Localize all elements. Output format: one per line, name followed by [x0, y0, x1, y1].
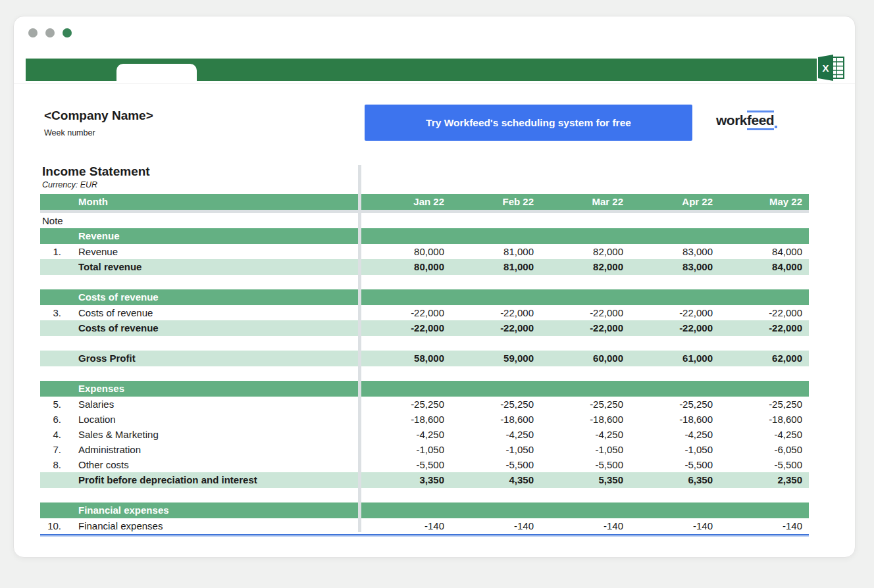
- value-cell: -4,250: [361, 427, 451, 442]
- value-cell: -22,000: [451, 320, 540, 336]
- window-control-dot[interactable]: [28, 28, 38, 37]
- month-header-cell: Mar 22: [540, 194, 630, 210]
- row-label: Revenue: [78, 244, 358, 259]
- column-divider-gap: [358, 518, 361, 533]
- value-cell: 82,000: [540, 259, 630, 275]
- row-note-cell: 7.: [40, 442, 78, 457]
- value-cell: 58,000: [361, 351, 451, 366]
- month-header-row: MonthJan 22Feb 22Mar 22Apr 22May 22: [40, 194, 809, 210]
- row-note-cell: 6.: [40, 412, 78, 427]
- value-cell: 83,000: [630, 244, 719, 259]
- month-header-cell: May 22: [719, 194, 809, 210]
- company-name: <Company Name>: [44, 109, 153, 123]
- row-label: Administration: [78, 442, 358, 457]
- value-cell: -18,600: [361, 412, 451, 427]
- value-cell: -5,500: [361, 457, 451, 472]
- section-label: Financial expenses: [78, 502, 358, 518]
- value-cell: 2,350: [719, 472, 809, 488]
- column-divider-gap: [358, 472, 361, 488]
- value-cell: 81,000: [451, 259, 540, 275]
- section-header-row: Financial expenses: [40, 502, 809, 518]
- row-note-cell: [40, 502, 78, 518]
- row-label: Financial expenses: [78, 518, 358, 533]
- total-row: Total revenue80,00081,00082,00083,00084,…: [40, 259, 809, 275]
- value-cell: -1,050: [540, 442, 630, 457]
- column-divider-gap: [358, 351, 361, 366]
- row-note-cell: 4.: [40, 427, 78, 442]
- column-divider-gap: [358, 305, 361, 320]
- value-cell: 61,000: [630, 351, 719, 366]
- row-note-cell: [40, 194, 78, 210]
- sheet-title: Income Statement: [42, 164, 150, 179]
- column-divider-gap: [358, 397, 361, 412]
- value-cell: 4,350: [451, 472, 540, 488]
- value-cell: -18,600: [451, 412, 540, 427]
- value-cell: -140: [540, 518, 630, 533]
- value-cell: -4,250: [540, 427, 630, 442]
- row-note-cell: [40, 259, 78, 275]
- value-cell: -1,050: [451, 442, 540, 457]
- total-row: Costs of revenue-22,000-22,000-22,000-22…: [40, 320, 809, 336]
- gap-row: [40, 488, 809, 502]
- value-cell: 83,000: [630, 259, 719, 275]
- value-cell: -5,500: [451, 457, 540, 472]
- value-cell: -25,250: [540, 397, 630, 412]
- value-cell: 62,000: [719, 351, 809, 366]
- value-cell: -140: [361, 518, 451, 533]
- column-divider-gap: [358, 412, 361, 427]
- workfeed-logo-work: work: [716, 112, 747, 128]
- column-divider-gap: [358, 427, 361, 442]
- value-cell: -4,250: [719, 427, 809, 442]
- section-label: Costs of revenue: [78, 289, 358, 305]
- row-note-cell: [40, 351, 78, 366]
- value-cell: 84,000: [719, 244, 809, 259]
- section-label: Expenses: [78, 381, 358, 397]
- item-row: 7.Administration-1,050-1,050-1,050-1,050…: [40, 442, 809, 457]
- section-header-row: Revenue: [40, 228, 809, 244]
- try-workfeed-button[interactable]: Try Workfeed's scheduling system for fre…: [365, 105, 692, 141]
- row-label: Location: [78, 412, 358, 427]
- income-table: MonthJan 22Feb 22Mar 22Apr 22May 22NoteR…: [40, 194, 809, 535]
- row-note-cell: 10.: [40, 518, 78, 533]
- value-cell: 6,350: [630, 472, 719, 488]
- value-cell: -140: [630, 518, 719, 533]
- workfeed-logo-mark: [775, 126, 777, 128]
- value-cell: -5,500: [719, 457, 809, 472]
- value-cell: -25,250: [451, 397, 540, 412]
- row-note-cell: 3.: [40, 305, 78, 320]
- value-cell: -22,000: [451, 305, 540, 320]
- value-cell: -22,000: [540, 305, 630, 320]
- value-cell: -22,000: [719, 320, 809, 336]
- value-cell: -6,050: [719, 442, 809, 457]
- section-header-row: Costs of revenue: [40, 289, 809, 305]
- week-number-label: Week number: [44, 128, 95, 137]
- value-cell: -1,050: [361, 442, 451, 457]
- row-note-cell: [40, 381, 78, 397]
- item-row: 3.Costs of revenue-22,000-22,000-22,000-…: [40, 305, 809, 320]
- workfeed-logo: workfeed: [716, 112, 777, 128]
- value-cell: -140: [451, 518, 540, 533]
- value-cell: -4,250: [630, 427, 719, 442]
- value-cell: -22,000: [540, 320, 630, 336]
- value-cell: -1,050: [630, 442, 719, 457]
- value-cell: -22,000: [630, 305, 719, 320]
- selection-line: [40, 534, 809, 535]
- value-cell: 3,350: [361, 472, 451, 488]
- row-label: Sales & Marketing: [78, 427, 358, 442]
- note-label: Note: [40, 213, 358, 228]
- value-cell: 80,000: [361, 244, 451, 259]
- total-row: Profit before depreciation and interest3…: [40, 472, 809, 488]
- month-header-cell: Apr 22: [630, 194, 719, 210]
- value-cell: -22,000: [361, 305, 451, 320]
- value-cell: 80,000: [361, 259, 451, 275]
- column-divider-gap: [358, 259, 361, 275]
- value-cell: 5,350: [540, 472, 630, 488]
- window-control-dot[interactable]: [63, 28, 72, 37]
- row-label: Gross Profit: [78, 351, 358, 366]
- note-row: Note: [40, 213, 809, 228]
- row-label: Costs of revenue: [78, 305, 358, 320]
- section-header-row: Expenses: [40, 381, 809, 397]
- item-row: 8.Other costs-5,500-5,500-5,500-5,500-5,…: [40, 457, 809, 472]
- window-control-dot[interactable]: [45, 28, 55, 37]
- item-row: 10.Financial expenses-140-140-140-140-14…: [40, 518, 809, 533]
